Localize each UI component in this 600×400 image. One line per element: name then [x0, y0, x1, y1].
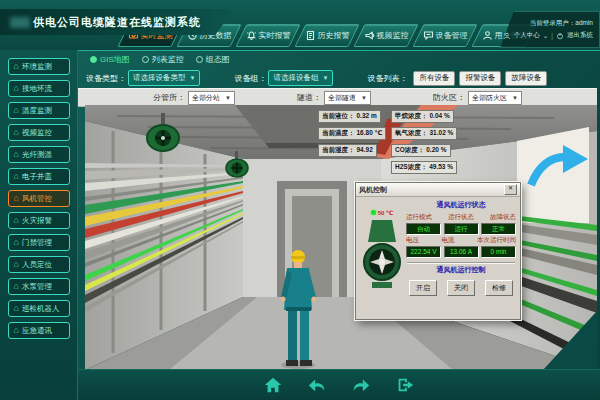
sidebar-item-video[interactable]: ⌂视频监控 [8, 124, 70, 141]
fan-graphic: 50 ℃ [359, 199, 405, 298]
device-toolbar: 设备类型： 请选择设备类型▼ 设备组： 请选择设备组▼ 设备列表： 所有设备 报… [86, 70, 596, 86]
fan-maintain-button[interactable]: 检修 [485, 280, 513, 296]
close-icon[interactable]: ✕ [504, 184, 517, 195]
sidebar-item-temperature[interactable]: ⌂温度监测 [8, 102, 70, 119]
page-title: 供电公司电缆隧道在线监测系统 [33, 15, 201, 30]
user-icon [482, 30, 493, 41]
dialog-titlebar[interactable]: 风机控制 ✕ [356, 183, 520, 197]
sidebar-item-inspection-robot[interactable]: ⌂巡检机器人 [8, 300, 70, 317]
report-document-icon [305, 30, 316, 41]
fan-stop-button[interactable]: 关闭 [447, 280, 475, 296]
radio-dot [142, 56, 149, 63]
forward-arrow-icon [351, 375, 371, 395]
run-status-label: 运行状态 [448, 213, 474, 222]
home-icon: ⌂ [14, 216, 19, 225]
control-group-title: 通风机运行控制 [405, 265, 517, 275]
fan-start-button[interactable]: 开启 [409, 280, 437, 296]
radio-scada-view[interactable]: 组态图 [196, 54, 230, 65]
redacted-logo [10, 17, 30, 28]
app-title-band: 供电公司电缆隧道在线监测系统 [0, 9, 235, 35]
status-led [371, 210, 376, 215]
h2s-readout: H2S浓度：49.53 % [391, 161, 457, 174]
view-mode-radios: GIS地图 列表监控 组态图 [90, 54, 230, 65]
device-type-select[interactable]: 请选择设备类型▼ [128, 70, 200, 86]
sidebar-item-pump-manage[interactable]: ⌂水泵管理 [8, 278, 70, 295]
temperature-readout: 当前温度：16.80 ℃ [318, 127, 386, 140]
radio-gis-map[interactable]: GIS地图 [90, 54, 130, 65]
run-mode-value: 自动 [406, 223, 441, 235]
video-camera-icon [364, 30, 375, 41]
back-arrow-icon [307, 375, 327, 395]
env-panel-right: 甲烷浓度：0.04 % 氧气浓度：31.02 % CO浓度：0.20 % H2S… [391, 110, 457, 174]
status-group-title: 通风机运行状态 [405, 200, 517, 210]
fan-temp-label: 50 ℃ [378, 209, 394, 216]
divider: | [551, 32, 553, 39]
sidebar-item-ground-current[interactable]: ⌂接地环流 [8, 80, 70, 97]
voltage-value: 222.54 V [406, 246, 441, 258]
sidebar-item-env-monitor[interactable]: ⌂环境监测 [8, 58, 70, 75]
chevron-down-icon: ▼ [361, 95, 367, 101]
humidity-readout: 当前湿度：94.92 [318, 144, 377, 157]
alarm-devices-button[interactable]: 报警设备 [459, 71, 501, 86]
tunnel-select[interactable]: 全部隧道▼ [324, 91, 371, 105]
sidebar-item-emergency-comms[interactable]: ⌂应急通讯 [8, 322, 70, 339]
device-chat-icon [423, 30, 434, 41]
forward-button[interactable] [349, 374, 373, 396]
co-readout: CO浓度：0.20 % [391, 144, 451, 157]
radio-list-monitor[interactable]: 列表监控 [142, 54, 184, 65]
sidebar-item-fiber-temp[interactable]: ⌂光纤测温 [8, 146, 70, 163]
home-icon: ⌂ [14, 282, 19, 291]
fan-icon [362, 218, 402, 298]
back-button[interactable] [305, 374, 329, 396]
tab-device-manage[interactable]: 设备管理 [412, 24, 477, 47]
tab-video-monitor[interactable]: 视频监控 [353, 24, 418, 47]
tunnel-3d-viewport[interactable]: 当前液位：0.32 m 当前温度：16.80 ℃ 当前湿度：94.92 甲烷浓度… [85, 105, 597, 370]
home-icon: ⌂ [14, 150, 19, 159]
home-icon [263, 375, 283, 395]
tab-realtime-alarm[interactable]: 实时报警 [235, 24, 300, 47]
chevron-down-icon: ▼ [322, 75, 328, 81]
sidebar: ⌂环境监测 ⌂接地环流 ⌂温度监测 ⌂视频监控 ⌂光纤测温 ⌂电子井盖 ⌂风机管… [0, 50, 78, 400]
profile-link[interactable]: 个人中心 [514, 31, 540, 40]
user-panel: 当前登录用户：admin 个人中心 ⌄ | 退出系统 [500, 11, 600, 48]
sidebar-item-personnel-location[interactable]: ⌂人员定位 [8, 256, 70, 273]
header: 供电公司电缆隧道在线监测系统 实时监测 历史数据 实时报警 历史报警 视频监控 … [0, 0, 600, 51]
logout-link[interactable]: 退出系统 [567, 31, 593, 40]
chevron-down-icon: ⌄ [543, 32, 548, 40]
runtime-value: 0 min [481, 246, 516, 258]
firezone-label: 防火区： [433, 92, 465, 103]
dialog-title: 风机控制 [359, 185, 387, 195]
exit-button[interactable] [393, 374, 417, 396]
branch-select[interactable]: 全部分站▼ [188, 91, 235, 105]
fault-status-label: 故障状态 [490, 213, 516, 222]
home-icon: ⌂ [14, 128, 19, 137]
o2-readout: 氧气浓度：31.02 % [391, 127, 457, 140]
device-group-label: 设备组： [234, 73, 266, 84]
home-icon: ⌂ [14, 238, 19, 247]
bottom-nav-bar [78, 369, 600, 400]
branch-label: 分管所： [153, 92, 185, 103]
home-icon: ⌂ [14, 172, 19, 181]
sidebar-item-fan-control[interactable]: ⌂风机管控 [8, 190, 70, 207]
fault-devices-button[interactable]: 故障设备 [505, 71, 547, 86]
power-icon [556, 32, 564, 40]
tab-history-alarm[interactable]: 历史报警 [294, 24, 359, 47]
alarm-bell-icon [246, 30, 257, 41]
chevron-down-icon: ▼ [512, 95, 518, 101]
home-icon: ⌂ [14, 62, 19, 71]
all-devices-button[interactable]: 所有设备 [413, 71, 455, 86]
device-group-select[interactable]: 请选择设备组▼ [268, 70, 333, 86]
sidebar-item-manhole-cover[interactable]: ⌂电子井盖 [8, 168, 70, 185]
chevron-down-icon: ▼ [225, 95, 231, 101]
home-icon: ⌂ [14, 84, 19, 93]
fault-status-value: 正常 [481, 223, 516, 235]
device-type-label: 设备类型： [86, 73, 126, 84]
sidebar-item-access-control[interactable]: ⌂门禁管理 [8, 234, 70, 251]
home-icon: ⌂ [14, 304, 19, 313]
runtime-label: 本次运行时间 [477, 236, 516, 245]
home-button[interactable] [261, 374, 285, 396]
radio-dot [90, 56, 97, 63]
sidebar-item-fire-alarm[interactable]: ⌂火灾报警 [8, 212, 70, 229]
firezone-select[interactable]: 全部防火区▼ [468, 91, 522, 105]
device-list-label: 设备列表： [367, 73, 407, 84]
